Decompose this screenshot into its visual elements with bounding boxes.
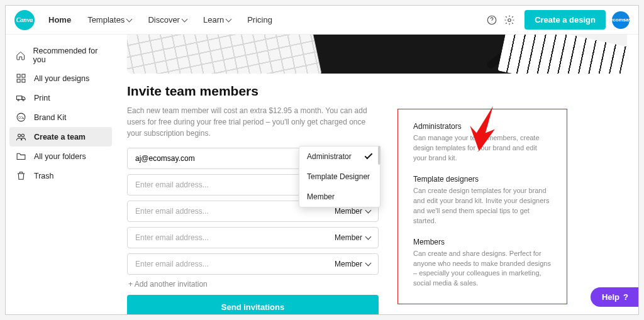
invite-row: Administrator Template Designer Member (127, 148, 379, 169)
sidebar-item-folders[interactable]: All your folders (9, 146, 112, 166)
role-option-label: Member (307, 192, 335, 201)
sidebar-label: All your folders (34, 152, 86, 161)
role-option-label: Administrator (307, 152, 352, 161)
user-avatar[interactable]: ecomsay (612, 11, 630, 29)
role-info-desc: Can create design templates for your bra… (413, 186, 552, 226)
role-select[interactable]: Member (327, 207, 378, 216)
home-icon (16, 50, 26, 61)
sidebar-item-create-team[interactable]: Create a team (9, 127, 112, 146)
chevron-down-icon (226, 16, 232, 22)
nav-home[interactable]: Home (48, 15, 71, 25)
nav-templates-label: Templates (87, 15, 125, 25)
nav-learn[interactable]: Learn (203, 15, 231, 25)
chevron-down-icon (365, 260, 372, 267)
brand-icon: CO₂ (16, 112, 26, 123)
email-input[interactable] (128, 207, 327, 216)
nav-pricing[interactable]: Pricing (247, 15, 272, 25)
main-area: Invite team members Each new team member… (116, 35, 638, 314)
role-option-administrator[interactable]: Administrator (299, 146, 380, 167)
page-title: Invite team members (127, 84, 379, 99)
role-select[interactable]: Member (327, 233, 378, 242)
sidebar-item-print[interactable]: Print (9, 88, 112, 108)
invite-panel: Invite team members Each new team member… (127, 84, 379, 315)
sidebar-label: Recommended for you (33, 47, 106, 64)
svg-rect-7 (16, 96, 22, 100)
role-label: Member (335, 207, 362, 216)
trash-icon (16, 170, 26, 181)
invite-row: Member (127, 253, 379, 275)
svg-point-8 (18, 99, 19, 101)
primary-nav: Home Templates Discover Learn Pricing (48, 15, 272, 25)
check-icon (365, 152, 373, 160)
svg-point-1 (492, 22, 492, 23)
role-dropdown: Administrator Template Designer Member (299, 146, 380, 207)
sidebar-item-all-designs[interactable]: All your designs (9, 69, 112, 88)
nav-discover[interactable]: Discover (148, 15, 187, 25)
top-nav: Canva Home Templates Discover Learn Pric… (6, 6, 638, 35)
help-button[interactable]: Help ? (591, 287, 638, 307)
hero-banner (127, 35, 627, 74)
chevron-down-icon (126, 16, 133, 22)
sidebar-label: Brand Kit (34, 113, 66, 122)
svg-point-9 (23, 99, 24, 101)
invite-row: Member (127, 227, 379, 248)
role-info-title: Members (413, 238, 552, 246)
email-input[interactable] (128, 260, 327, 268)
chevron-down-icon (365, 234, 372, 240)
svg-text:CO₂: CO₂ (18, 116, 24, 119)
question-mark-icon: ? (623, 292, 628, 302)
sidebar-label: Print (34, 94, 50, 102)
role-label: Member (335, 260, 362, 268)
svg-rect-6 (22, 79, 25, 82)
truck-icon (16, 92, 26, 103)
role-option-template-designer[interactable]: Template Designer (299, 167, 380, 187)
email-input[interactable] (128, 233, 327, 242)
grid-icon (16, 73, 26, 84)
send-invitations-button[interactable]: Send invitations (127, 295, 379, 315)
scrollbar-thumb[interactable] (378, 146, 380, 165)
chevron-down-icon (365, 207, 372, 214)
canva-logo[interactable]: Canva (14, 10, 35, 30)
svg-point-13 (21, 134, 24, 136)
role-label: Member (335, 233, 362, 242)
settings-icon[interactable] (501, 11, 518, 29)
role-option-label: Template Designer (307, 172, 370, 181)
sidebar-label: Create a team (34, 133, 86, 141)
page-description: Each new team member will cost an extra … (127, 105, 379, 139)
annotation-arrow-icon (465, 102, 502, 154)
create-design-button[interactable]: Create a design (525, 10, 606, 30)
role-select[interactable]: Member (327, 260, 378, 268)
role-option-member[interactable]: Member (299, 187, 380, 207)
help-label: Help (602, 292, 619, 302)
svg-point-12 (18, 134, 21, 136)
nav-templates[interactable]: Templates (87, 15, 131, 25)
svg-rect-3 (17, 74, 20, 77)
svg-rect-4 (22, 74, 25, 77)
nav-discover-label: Discover (148, 15, 180, 25)
sidebar-label: Trash (34, 172, 54, 180)
sidebar-item-brand-kit[interactable]: CO₂ Brand Kit (9, 108, 112, 127)
sidebar-item-trash[interactable]: Trash (9, 166, 112, 185)
team-icon (16, 131, 26, 142)
sidebar-item-recommended[interactable]: Recommended for you (9, 42, 112, 69)
chevron-down-icon (182, 16, 188, 22)
svg-rect-5 (17, 79, 20, 82)
sidebar: Recommended for you All your designs Pri… (6, 35, 116, 314)
svg-point-2 (508, 18, 511, 21)
role-info-desc: Can create and share designs. Perfect fo… (413, 249, 552, 289)
help-icon[interactable] (483, 11, 501, 29)
sidebar-label: All your designs (34, 74, 89, 83)
add-invitation-link[interactable]: + Add another invitation (128, 280, 379, 289)
role-info-title: Template designers (413, 175, 552, 184)
nav-learn-label: Learn (203, 15, 224, 25)
folder-icon (16, 151, 26, 162)
